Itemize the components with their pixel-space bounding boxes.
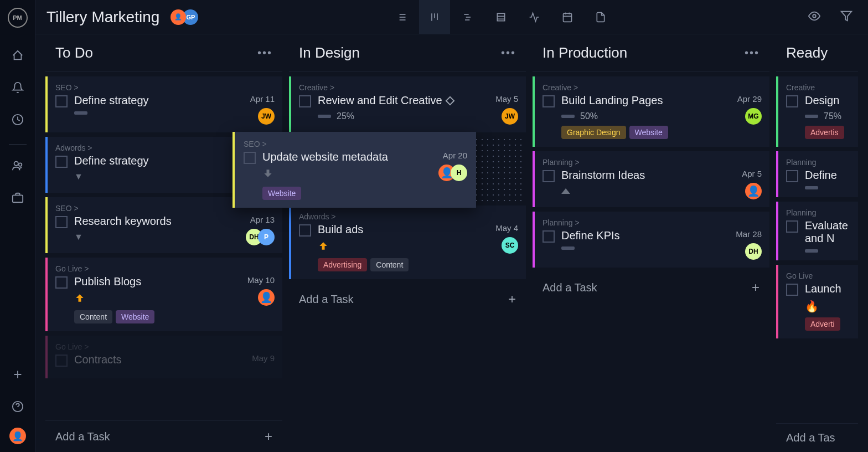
clock-icon[interactable] [7,109,29,131]
card-date: Apr 20 [443,151,467,160]
card-title: Research keywords [74,215,239,228]
svg-point-1 [14,162,18,166]
task-card[interactable]: PlanningEvaluate and N [776,202,858,260]
card-assignees: JW [258,108,275,125]
briefcase-icon[interactable] [7,187,29,209]
column-title: To Do [55,44,93,61]
view-calendar-icon[interactable] [552,0,583,34]
card-assignees: SC [502,237,518,254]
task-checkbox[interactable] [55,355,68,367]
bell-icon[interactable] [7,76,29,99]
tag[interactable]: Advertis [805,126,844,139]
assignee-avatar[interactable]: SC [502,237,518,254]
task-card[interactable]: Creative >Build Landing Pages50%Graphic … [533,76,769,147]
help-icon[interactable] [7,396,29,418]
task-card[interactable]: Go Live >ContractsMay 9 [45,336,282,378]
assignee-avatar[interactable]: 👤 [258,289,275,306]
view-board-icon[interactable] [419,0,450,34]
dragging-card[interactable]: SEO > Update website metadata Website Ap… [232,132,476,208]
card-progress: 50% [561,111,731,121]
column-menu-icon[interactable]: ••• [745,47,760,59]
card-assignees: DH [745,243,762,260]
tag[interactable]: Adverti [805,317,840,331]
card-breadcrumb: Adwords > [299,212,518,221]
card-breadcrumb: Creative > [542,83,762,92]
view-files-icon[interactable] [585,0,616,34]
flame-icon: 🔥 [805,300,850,313]
task-card[interactable]: PlanningDefine [776,151,858,197]
task-checkbox[interactable] [786,95,798,107]
card-date: May 5 [495,94,518,104]
task-checkbox[interactable] [55,276,68,289]
task-card[interactable]: Adwords >Build adsAdvertisingContentMay … [289,206,526,279]
add-task-button[interactable]: Add a Task+ [45,420,282,452]
svg-rect-20 [564,13,572,22]
card-breadcrumb: SEO > [55,83,275,92]
card-title: Build Landing Pages [561,94,731,107]
column-body: SEO >Define strategyApr 11JWAdwords >Def… [45,72,282,420]
home-icon[interactable] [7,44,29,66]
view-gantt-icon[interactable] [452,0,483,34]
assignee-avatar[interactable]: MG [745,108,762,125]
current-user-avatar[interactable]: 👤 [9,428,26,444]
task-card[interactable]: CreativeDesign75%Advertis [776,76,858,147]
assignee-avatar[interactable]: JW [502,108,518,125]
kanban-column: ReadyCreativeDesign75%AdvertisPlanningDe… [773,34,861,452]
assignee-avatar[interactable]: 👤 [745,183,762,199]
card-assignees: 👤 H [438,165,467,181]
task-card[interactable]: Go LiveLaunch🔥Adverti [776,265,858,338]
view-activity-icon[interactable] [519,0,550,34]
column-body: CreativeDesign75%AdvertisPlanningDefineP… [776,72,858,423]
nav-divider [9,144,27,145]
task-card[interactable]: Creative >Review and Edit Creative 25%Ma… [289,76,526,132]
task-checkbox[interactable] [299,224,311,237]
tag[interactable]: Content [370,258,409,271]
task-checkbox[interactable] [542,230,555,243]
task-checkbox[interactable] [299,95,311,107]
filter-icon[interactable] [836,6,857,29]
add-task-button[interactable]: Add a Task+ [533,272,769,303]
task-card[interactable]: Go Live >Publish BlogsContentWebsiteMay … [45,258,282,331]
visibility-icon[interactable] [804,6,825,29]
tag[interactable]: Graphic Design [561,126,626,139]
task-card[interactable]: Planning >Define KPIsMar 28DH [533,212,769,268]
task-card[interactable]: SEO >Define strategyApr 11JW [45,76,282,132]
assignee-avatar[interactable]: H [451,165,467,181]
task-checkbox[interactable] [55,216,68,228]
assignee-avatar[interactable]: DH [745,243,762,260]
card-date: Apr 13 [250,215,275,224]
column-menu-icon[interactable]: ••• [501,47,516,59]
task-checkbox[interactable] [55,95,68,107]
plus-icon[interactable] [7,363,29,386]
card-title: Define KPIs [561,229,729,242]
view-table-icon[interactable] [485,0,516,34]
task-checkbox[interactable] [542,170,555,182]
team-icon[interactable] [7,155,29,177]
task-checkbox[interactable] [244,152,256,164]
add-task-button[interactable]: Add a Task+ [289,284,526,315]
tag[interactable]: Website [116,310,154,323]
task-checkbox[interactable] [55,156,68,168]
tag[interactable]: Content [74,310,112,323]
assignee-avatar[interactable]: JW [258,108,275,125]
add-task-button[interactable]: Add a Tas [776,423,858,452]
plus-icon: + [508,291,516,307]
priority-down-icon [262,168,273,179]
header: Tillery Marketing 👤 GP [35,0,868,34]
view-list-icon[interactable] [386,0,417,34]
task-checkbox[interactable] [786,284,798,296]
card-breadcrumb: Planning > [542,218,762,227]
task-checkbox[interactable] [786,170,798,182]
task-checkbox[interactable] [786,220,798,233]
column-menu-icon[interactable]: ••• [257,47,272,59]
tag[interactable]: Website [629,126,668,139]
task-checkbox[interactable] [542,95,555,107]
task-card[interactable]: Planning >Brainstorm IdeasApr 5👤 [533,151,769,207]
tag[interactable]: Website [262,187,301,200]
chevron-down-icon[interactable]: ▼ [74,232,239,242]
member-avatar[interactable]: 👤 [170,9,186,25]
svg-point-24 [813,14,816,18]
app-logo[interactable]: PM [8,8,28,28]
assignee-avatar[interactable]: P [258,229,275,245]
tag[interactable]: Advertising [318,258,367,271]
